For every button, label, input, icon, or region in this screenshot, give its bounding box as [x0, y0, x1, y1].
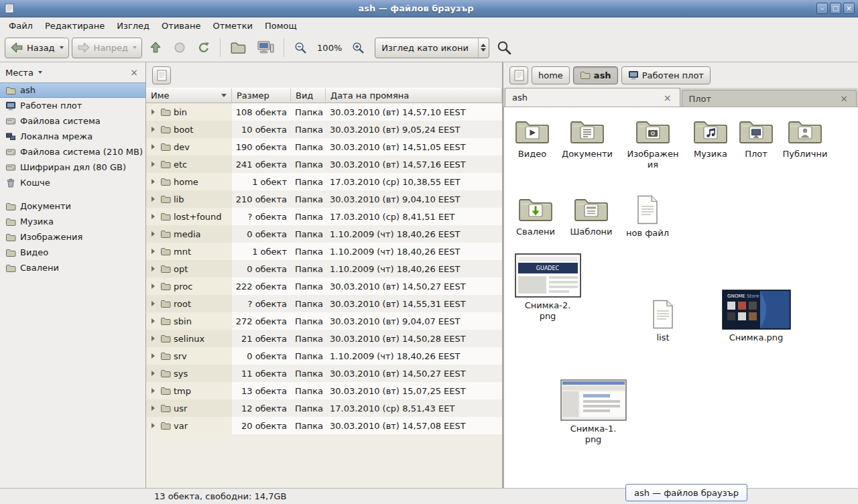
- file-row-usr[interactable]: usr12 обектаПапка17.03.2010 (ср) 8,51,43…: [146, 399, 502, 417]
- tab-close-icon[interactable]: ×: [839, 93, 849, 104]
- sidebar-item-downloads[interactable]: Свалени: [0, 260, 145, 275]
- taskbar-window-button[interactable]: ash — файлов браузър: [625, 484, 747, 501]
- sidebar-item-filesystem[interactable]: Файлова система: [0, 113, 145, 129]
- expander-icon[interactable]: [151, 423, 155, 428]
- sidebar-item-trash[interactable]: Кошче: [0, 175, 145, 190]
- menu-bookmarks[interactable]: Отметки: [206, 19, 258, 33]
- expander-icon[interactable]: [151, 196, 155, 202]
- icon-view[interactable]: ВидеоДокументиИзображенияМузикаПлотПубли…: [503, 107, 858, 488]
- column-header-name[interactable]: Име: [146, 88, 232, 103]
- expander-icon[interactable]: [151, 179, 155, 184]
- expander-icon[interactable]: [151, 162, 155, 167]
- back-button[interactable]: Назад: [5, 38, 69, 58]
- expander-icon[interactable]: [151, 231, 155, 237]
- menu-edit[interactable]: Редактиране: [39, 19, 111, 33]
- expander-icon[interactable]: [151, 144, 155, 149]
- expander-icon[interactable]: [151, 266, 155, 271]
- zoom-out-button[interactable]: [290, 37, 312, 59]
- expander-icon[interactable]: [151, 249, 155, 254]
- sidebar-item-encrypted-80gb[interactable]: Шифриран дял (80 GB): [0, 160, 145, 175]
- stop-button[interactable]: [169, 37, 190, 59]
- grid-item-9[interactable]: GUADECСнимка-2.png: [511, 253, 585, 321]
- file-row-proc[interactable]: proc222 обектаПапка30.03.2010 (вт) 14,50…: [146, 277, 502, 295]
- file-row-root[interactable]: root? обектаПапка30.03.2010 (вт) 14,55,3…: [146, 295, 502, 312]
- file-row-lib[interactable]: lib210 обектаПапка30.03.2010 (вт) 9,04,1…: [146, 190, 502, 208]
- sidebar-mode-chevron-icon[interactable]: [38, 71, 42, 74]
- tab-close-icon[interactable]: ×: [662, 92, 673, 103]
- grid-item-0[interactable]: Видео: [504, 117, 560, 160]
- grid-item-11[interactable]: GNOMEStoreСнимка.png: [719, 290, 793, 343]
- breadcrumb-desktop[interactable]: Работен плот: [621, 66, 711, 84]
- column-header-modified[interactable]: Дата на промяна: [326, 88, 502, 103]
- grid-item-2[interactable]: Изображения: [625, 117, 681, 170]
- grid-item-5[interactable]: Публични: [777, 117, 833, 160]
- file-row-boot[interactable]: boot10 обектаПапка30.03.2010 (вт) 9,05,2…: [146, 121, 502, 138]
- minimize-button[interactable]: –: [816, 3, 828, 14]
- sidebar-item-local-network[interactable]: Локална мрежа: [0, 129, 145, 144]
- tab-ash[interactable]: ash ×: [505, 88, 680, 107]
- expander-icon[interactable]: [151, 284, 155, 289]
- file-row-media[interactable]: media0 обектаПапка1.10.2009 (чт) 18,40,2…: [146, 225, 502, 243]
- menu-file[interactable]: Файл: [3, 19, 39, 33]
- notes-pane-button[interactable]: [509, 66, 528, 84]
- sidebar-item-ash[interactable]: ash: [0, 82, 145, 98]
- home-button[interactable]: [226, 37, 250, 59]
- tab-plot[interactable]: Плот ×: [682, 90, 857, 107]
- forward-button[interactable]: Напред: [72, 38, 142, 58]
- file-row-home[interactable]: home1 обектПапка17.03.2010 (ср) 10,38,55…: [146, 173, 502, 190]
- grid-item-6[interactable]: Свалени: [507, 194, 564, 237]
- column-header-size[interactable]: Размер: [232, 88, 291, 103]
- file-row-lost+found[interactable]: lost+found? обектаПапка17.03.2010 (ср) 8…: [146, 208, 502, 225]
- sidebar-item-filesystem-210mb[interactable]: Файлова система (210 MB): [0, 144, 145, 160]
- up-button[interactable]: [145, 37, 166, 59]
- file-row-sys[interactable]: sys11 обектаПапка30.03.2010 (вт) 14,50,2…: [146, 365, 502, 382]
- menu-help[interactable]: Помощ: [259, 19, 303, 33]
- grid-item-10[interactable]: list: [635, 299, 691, 343]
- expander-icon[interactable]: [151, 388, 155, 393]
- column-header-type[interactable]: Вид: [291, 88, 326, 103]
- file-row-tmp[interactable]: tmp13 обектаПапка30.03.2010 (вт) 15,07,2…: [146, 382, 502, 399]
- file-row-bin[interactable]: bin108 обектаПапка30.03.2010 (вт) 14,57,…: [146, 103, 502, 121]
- grid-item-4[interactable]: Плот: [728, 117, 784, 160]
- notes-pane-button[interactable]: [152, 66, 171, 84]
- sidebar-title[interactable]: Места: [5, 68, 34, 78]
- file-row-srv[interactable]: srv0 обектаПапка1.10.2009 (чт) 18,40,26 …: [146, 347, 502, 365]
- zoom-in-button[interactable]: [347, 37, 369, 59]
- sidebar-item-music[interactable]: Музика: [0, 214, 145, 229]
- sidebar-item-pictures[interactable]: Изображения: [0, 229, 145, 245]
- file-row-selinux[interactable]: selinux21 обектаПапка30.03.2010 (вт) 14,…: [146, 330, 502, 347]
- expander-icon[interactable]: [151, 109, 155, 115]
- sidebar-item-desktop[interactable]: Работен плот: [0, 98, 145, 113]
- expander-icon[interactable]: [151, 301, 155, 306]
- expander-icon[interactable]: [151, 353, 155, 359]
- zoom-level[interactable]: 100%: [314, 43, 345, 53]
- expander-icon[interactable]: [151, 371, 155, 376]
- file-row-var[interactable]: var20 обектаПапка30.03.2010 (вт) 14,57,0…: [146, 417, 502, 434]
- expander-icon[interactable]: [151, 318, 155, 324]
- grid-item-1[interactable]: Документи: [559, 117, 615, 160]
- file-row-dev[interactable]: dev190 обектаПапка30.03.2010 (вт) 14,51,…: [146, 138, 502, 155]
- title-bar[interactable]: ash — файлов браузър – □ ×: [0, 0, 858, 17]
- menu-go[interactable]: Отиване: [156, 19, 206, 33]
- expander-icon[interactable]: [151, 127, 155, 132]
- grid-item-8[interactable]: нов файл: [619, 194, 676, 239]
- sidebar-item-video[interactable]: Видео: [0, 245, 145, 260]
- close-button[interactable]: ×: [843, 3, 855, 14]
- maximize-button[interactable]: □: [830, 3, 841, 14]
- menu-view[interactable]: Изглед: [111, 19, 156, 33]
- sidebar-item-documents[interactable]: Документи: [0, 198, 145, 214]
- reload-button[interactable]: [193, 37, 214, 59]
- expander-icon[interactable]: [151, 405, 155, 411]
- breadcrumb-ash[interactable]: ash: [573, 66, 618, 84]
- expander-icon[interactable]: [151, 336, 155, 341]
- file-row-etc[interactable]: etc241 обектаПапка30.03.2010 (вт) 14,57,…: [146, 155, 502, 173]
- sidebar-close-icon[interactable]: ×: [128, 67, 140, 78]
- computer-button[interactable]: [253, 37, 278, 59]
- view-mode-select[interactable]: Изглед като икони: [375, 38, 489, 58]
- file-row-mnt[interactable]: mnt1 обектПапка1.10.2009 (чт) 18,40,26 E…: [146, 243, 502, 260]
- grid-item-12[interactable]: Снимка-1.png: [556, 379, 630, 444]
- expander-icon[interactable]: [151, 214, 155, 219]
- file-row-opt[interactable]: opt0 обектаПапка1.10.2009 (чт) 18,40,26 …: [146, 260, 502, 277]
- grid-item-7[interactable]: Шаблони: [563, 194, 619, 237]
- file-row-sbin[interactable]: sbin272 обектаПапка30.03.2010 (вт) 9,04,…: [146, 312, 502, 330]
